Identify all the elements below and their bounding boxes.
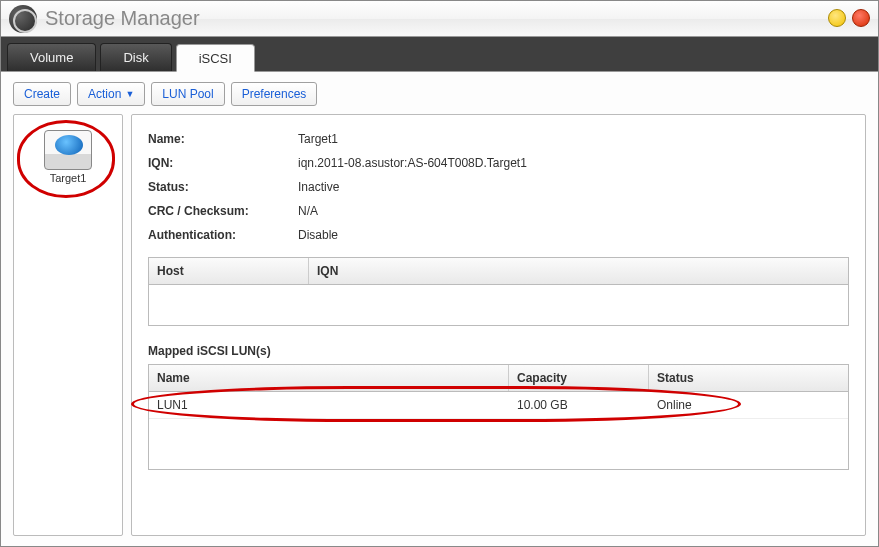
chevron-down-icon: ▼ xyxy=(125,89,134,99)
toolbar: Create Action ▼ LUN Pool Preferences xyxy=(13,82,866,106)
panels: Target1 Name: Target1 IQN: iqn.2011-08.a… xyxy=(13,114,866,536)
info-row-auth: Authentication: Disable xyxy=(148,223,849,247)
value-crc: N/A xyxy=(298,204,318,218)
column-header-lun-name[interactable]: Name xyxy=(149,365,509,391)
lun-cell-status: Online xyxy=(649,392,848,418)
lun-table-head: Name Capacity Status xyxy=(149,365,848,392)
label-crc: CRC / Checksum: xyxy=(148,204,298,218)
action-button[interactable]: Action ▼ xyxy=(77,82,145,106)
preferences-button[interactable]: Preferences xyxy=(231,82,318,106)
target-item-target1[interactable]: Target1 xyxy=(20,121,116,191)
label-name: Name: xyxy=(148,132,298,146)
value-iqn: iqn.2011-08.asustor:AS-604T008D.Target1 xyxy=(298,156,527,170)
value-name: Target1 xyxy=(298,132,338,146)
host-table-head: Host IQN xyxy=(149,258,848,285)
storage-manager-window: Storage Manager Volume Disk iSCSI Create… xyxy=(0,0,879,547)
value-auth: Disable xyxy=(298,228,338,242)
label-iqn: IQN: xyxy=(148,156,298,170)
create-button[interactable]: Create xyxy=(13,82,71,106)
column-header-lun-capacity[interactable]: Capacity xyxy=(509,365,649,391)
column-header-host[interactable]: Host xyxy=(149,258,309,284)
lun-cell-capacity: 10.00 GB xyxy=(509,392,649,418)
label-status: Status: xyxy=(148,180,298,194)
content-area: Create Action ▼ LUN Pool Preferences Tar… xyxy=(1,71,878,546)
tab-iscsi[interactable]: iSCSI xyxy=(176,44,255,72)
host-table: Host IQN xyxy=(148,257,849,326)
info-row-status: Status: Inactive xyxy=(148,175,849,199)
info-row-name: Name: Target1 xyxy=(148,127,849,151)
window-title: Storage Manager xyxy=(45,7,200,30)
action-label: Action xyxy=(88,87,121,101)
column-header-iqn[interactable]: IQN xyxy=(309,258,848,284)
info-row-iqn: IQN: iqn.2011-08.asustor:AS-604T008D.Tar… xyxy=(148,151,849,175)
mapped-lun-label: Mapped iSCSI LUN(s) xyxy=(148,344,849,358)
minimize-button[interactable] xyxy=(828,9,846,27)
label-auth: Authentication: xyxy=(148,228,298,242)
host-table-body xyxy=(149,285,848,325)
lun-cell-name: LUN1 xyxy=(149,392,509,418)
app-icon xyxy=(9,5,37,33)
titlebar: Storage Manager xyxy=(1,1,878,37)
detail-panel: Name: Target1 IQN: iqn.2011-08.asustor:A… xyxy=(131,114,866,536)
tab-volume[interactable]: Volume xyxy=(7,43,96,71)
close-button[interactable] xyxy=(852,9,870,27)
column-header-lun-status[interactable]: Status xyxy=(649,365,848,391)
info-row-crc: CRC / Checksum: N/A xyxy=(148,199,849,223)
target-list-panel: Target1 xyxy=(13,114,123,536)
lun-pool-button[interactable]: LUN Pool xyxy=(151,82,224,106)
lun-table-body-spacer xyxy=(149,419,848,469)
target-label: Target1 xyxy=(25,172,111,184)
drive-icon xyxy=(44,130,92,170)
window-buttons xyxy=(828,9,870,27)
table-row[interactable]: LUN1 10.00 GB Online xyxy=(149,392,848,419)
tab-disk[interactable]: Disk xyxy=(100,43,171,71)
value-status: Inactive xyxy=(298,180,339,194)
tab-bar: Volume Disk iSCSI xyxy=(1,37,878,71)
lun-table: Name Capacity Status LUN1 10.00 GB Onlin… xyxy=(148,364,849,470)
